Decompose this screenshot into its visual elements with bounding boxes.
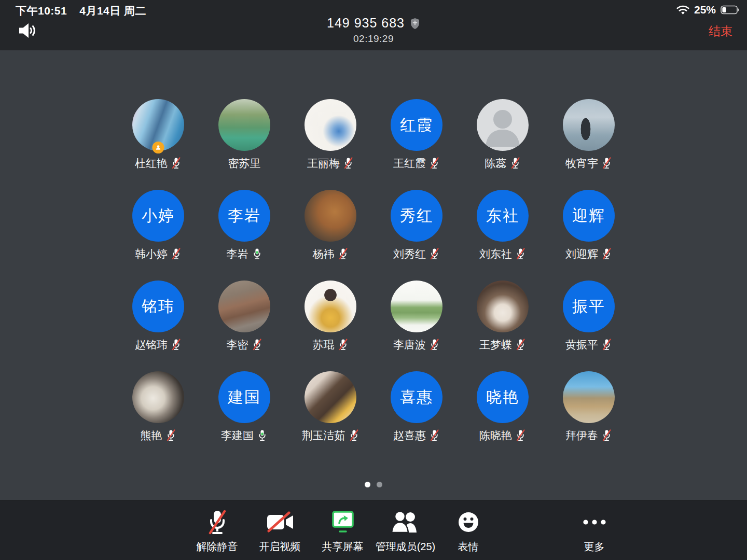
participant-tile[interactable]: 荆玉洁茹 <box>287 371 374 443</box>
participant-tile[interactable]: 铭玮 赵铭玮 <box>115 281 201 352</box>
participant-tile[interactable]: 王梦蝶 <box>460 281 546 352</box>
mic-muted-icon <box>165 428 176 442</box>
avatar <box>132 371 184 423</box>
participant-tile[interactable]: 陈蕊 <box>460 99 546 171</box>
avatar: 李岩 <box>218 190 270 242</box>
avatar <box>305 99 356 151</box>
avatar-initials: 振平 <box>572 299 605 314</box>
mic-muted-icon <box>601 247 612 261</box>
participant-tile[interactable]: 密苏里 <box>201 99 287 171</box>
host-badge <box>153 142 164 153</box>
participant-tile[interactable]: 红霞 王红霞 <box>374 99 460 171</box>
participant-name: 密苏里 <box>228 156 261 171</box>
participant-tile[interactable]: 迎辉 刘迎辉 <box>546 190 632 261</box>
mic-muted-icon <box>171 338 182 352</box>
toolbar-members-button[interactable]: 管理成员(25) <box>374 501 437 560</box>
toolbar-screen-share-button[interactable]: 共享屏幕 <box>311 501 374 560</box>
mic-muted-icon <box>515 428 526 442</box>
participant-tile[interactable]: 秀红 刘秀红 <box>374 190 460 261</box>
participant-tile[interactable]: 王丽梅 <box>287 99 374 171</box>
avatar-initials: 红霞 <box>400 117 433 133</box>
participant-name: 陈晓艳 <box>479 428 512 443</box>
mic-muted-icon <box>349 428 359 442</box>
mic-muted-icon <box>207 508 228 536</box>
avatar-initials: 铭玮 <box>142 299 175 314</box>
participant-name: 杨祎 <box>313 247 335 261</box>
avatar <box>477 281 529 332</box>
participant-name: 拜伊春 <box>565 428 598 443</box>
status-date: 4月14日 周二 <box>79 4 146 18</box>
participant-tile[interactable]: 晓艳 陈晓艳 <box>460 371 546 443</box>
bottom-toolbar: 解除静音 开启视频 共享屏幕 管理成员(25) 表情 更多 <box>0 500 747 560</box>
mic-muted-icon <box>429 156 440 170</box>
participant-tile[interactable]: 李密 <box>201 281 287 352</box>
avatar <box>218 281 270 332</box>
end-meeting-button[interactable]: 结束 <box>709 23 732 39</box>
page-dot-1[interactable] <box>365 482 370 487</box>
avatar-initials: 秀红 <box>400 208 433 223</box>
status-bar-left: 下午10:51 4月14日 周二 <box>16 4 146 18</box>
avatar: 迎辉 <box>563 190 615 242</box>
participant-name: 刘迎辉 <box>565 247 598 261</box>
participant-name: 荆玉洁茹 <box>302 428 345 443</box>
page-indicator[interactable] <box>0 482 747 487</box>
mic-muted-icon <box>601 156 612 170</box>
placeholder-person-icon <box>477 99 529 151</box>
participant-name: 王梦蝶 <box>479 338 512 352</box>
mic-muted-icon <box>429 247 440 261</box>
emoji-icon <box>457 508 480 536</box>
participant-tile[interactable]: 振平 黄振平 <box>546 281 632 352</box>
participant-name: 韩小婷 <box>135 247 168 261</box>
speaker-button[interactable] <box>17 21 37 40</box>
participant-tile[interactable]: 牧宵宇 <box>546 99 632 171</box>
toolbar-camera-off-button[interactable]: 开启视频 <box>248 501 311 560</box>
page-dot-2[interactable] <box>377 482 382 487</box>
mic-muted-icon <box>252 338 262 352</box>
status-time: 下午10:51 <box>16 4 67 18</box>
top-bar: 下午10:51 4月14日 周二 25% 149 935 683 <box>0 0 747 50</box>
meeting-screen: 下午10:51 4月14日 周二 25% 149 935 683 <box>0 0 747 560</box>
participant-tile[interactable]: 喜惠 赵喜惠 <box>374 371 460 443</box>
participant-name: 黄振平 <box>565 338 598 352</box>
avatar-initials: 小婷 <box>142 208 175 223</box>
avatar: 小婷 <box>132 190 184 242</box>
participant-grid: 杜红艳 密苏里 王丽梅 红霞 王红霞 <box>115 99 632 443</box>
wifi-icon <box>676 5 689 15</box>
mic-muted-icon <box>510 156 521 170</box>
avatar: 铭玮 <box>132 281 184 332</box>
mic-on-icon <box>257 428 268 442</box>
participant-name: 牧宵宇 <box>565 156 598 171</box>
participant-tile[interactable]: 熊艳 <box>115 371 201 443</box>
participant-tile[interactable]: 拜伊春 <box>546 371 632 443</box>
toolbar-emoji-button[interactable]: 表情 <box>437 501 500 560</box>
avatar: 红霞 <box>391 99 442 151</box>
participant-name: 刘东社 <box>479 247 512 261</box>
avatar <box>305 190 356 242</box>
participant-tile[interactable]: 杜红艳 <box>115 99 201 171</box>
avatar <box>563 371 615 423</box>
avatar-initials: 晓艳 <box>486 389 519 405</box>
participant-name: 王红霞 <box>393 156 426 171</box>
avatar <box>305 281 356 332</box>
battery-icon <box>721 5 740 15</box>
participant-tile[interactable]: 李唐波 <box>374 281 460 352</box>
participant-tile[interactable]: 建国 李建国 <box>201 371 287 443</box>
participant-name: 熊艳 <box>141 428 162 443</box>
participant-tile[interactable]: 苏琨 <box>287 281 374 352</box>
shield-plus-icon[interactable] <box>410 18 420 29</box>
avatar-initials: 喜惠 <box>400 389 433 405</box>
participant-tile[interactable]: 杨祎 <box>287 190 374 261</box>
participant-name: 王丽梅 <box>307 156 340 171</box>
avatar-initials: 迎辉 <box>572 208 605 223</box>
more-icon <box>579 508 610 536</box>
toolbar-items: 解除静音 开启视频 共享屏幕 管理成员(25) 表情 更多 <box>186 501 626 560</box>
toolbar-mic-muted-button[interactable]: 解除静音 <box>186 501 248 560</box>
participant-tile[interactable]: 小婷 韩小婷 <box>115 190 201 261</box>
toolbar-more-button[interactable]: 更多 <box>563 501 626 560</box>
meeting-info: 149 935 683 02:19:29 <box>327 16 420 45</box>
mic-muted-icon <box>515 338 526 352</box>
avatar <box>563 99 615 151</box>
avatar <box>305 371 356 423</box>
participant-tile[interactable]: 李岩 李岩 <box>201 190 287 261</box>
participant-tile[interactable]: 东社 刘东社 <box>460 190 546 261</box>
